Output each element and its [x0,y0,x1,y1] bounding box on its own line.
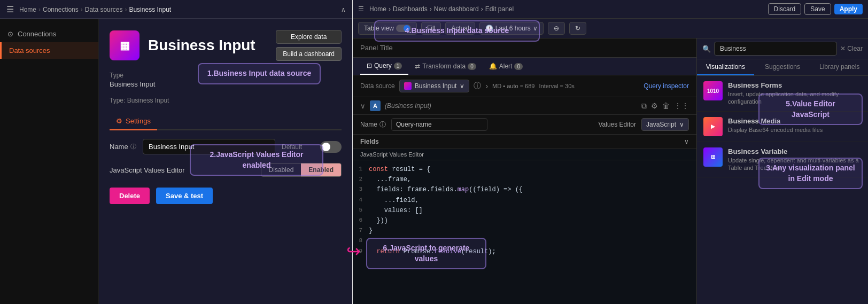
sidebar-connections-label: Connections [18,30,56,38]
js-editor-enabled-option[interactable]: Enabled [301,163,341,176]
type-colon: Type: Business Input [110,97,342,104]
library-panels-tab[interactable]: Library panels [811,59,868,75]
sep3: › [125,6,127,13]
actual-btn[interactable]: Actual [445,22,475,35]
breadcrumb-datasources[interactable]: Data sources [85,6,123,13]
collapse-query-icon[interactable]: ∨ [360,102,366,110]
visualizations-tab[interactable]: Visualizations [697,59,754,75]
code-line-6: 6 })) [353,216,696,226]
code-line-2: 2 ...frame, [353,175,696,185]
left-topbar: ☰ Home › Connections › Data sources › Bu… [0,0,352,19]
query-inspector-btn[interactable]: Query inspector [644,82,689,90]
save-button-top[interactable]: Save [804,3,831,15]
interval-text: Interval = 30s [539,83,574,89]
name-info-icon: ⓘ [130,143,136,151]
discard-button[interactable]: Discard [768,3,802,15]
apply-button[interactable]: Apply [834,4,863,14]
table-view-btn[interactable]: Table view [358,22,417,35]
menu-icon[interactable]: ☰ [6,4,14,14]
settings-query-icon[interactable]: ⚙ [651,102,658,111]
time-range-btn[interactable]: 🕐 Last 6 hours ∨ [479,22,544,35]
viz-list: 1010 Business Forms Insert, update appli… [697,76,868,304]
plugin-actions: Explore data Build a dashboard [276,30,342,61]
name-field-row: Name ⓘ Default [110,139,342,154]
settings-tab-icon: ⚙ [116,117,122,125]
query-name-input[interactable] [391,118,487,131]
build-dashboard-button[interactable]: Build a dashboard [276,47,342,61]
right-breadcrumb-dashboards[interactable]: Dashboards [393,5,428,13]
viz-item-forms[interactable]: 1010 Business Forms Insert, update appli… [697,76,868,112]
media-desc: Display Base64 encoded media files [728,126,862,134]
line-code-1: const result = { [369,165,430,175]
line-num-9: 9 [353,247,369,257]
breadcrumb-connections[interactable]: Connections [43,6,79,13]
breadcrumb-home[interactable]: Home [19,6,36,13]
ds-info-btn[interactable]: ⓘ [474,81,481,91]
main-content: ▦ Business Input Explore data Build a da… [99,19,352,304]
right-panel: ☰ Home › Dashboards › New dashboard › Ed… [353,0,868,304]
settings-tab-label: Settings [126,117,151,125]
viz-item-variable[interactable]: ⊞ Business Variable Update single, depen… [697,142,868,178]
query-tab[interactable]: ⊡ Query 1 [360,58,408,75]
delete-button[interactable]: Delete [110,188,150,204]
explore-data-button[interactable]: Explore data [276,30,342,44]
datasource-select[interactable]: Business Input ∨ [399,80,470,92]
viz-search-input[interactable] [714,42,837,56]
table-view-toggle[interactable] [396,25,411,32]
toggle-knob [404,25,410,32]
meta-text: MD • auto = 689 [492,83,534,89]
datasource-name: Business Input [415,82,457,90]
save-test-button[interactable]: Save & test [156,188,213,204]
line-num-1: 1 [353,165,369,175]
trash-icon[interactable]: 🗑 [662,102,670,111]
center-pane: Panel Title ⊡ Query 1 ⇄ Transform data 0… [353,38,697,304]
js-editor-label: JavaScript Values Editor [110,166,185,174]
transform-tab[interactable]: ⇄ Transform data 0 [408,58,482,74]
fields-chevron-icon[interactable]: ∨ [684,138,689,145]
media-icon-graphic: ▶ [711,123,715,129]
query-editor: ∨ A (Business Input) ⧉ ⚙ 🗑 ⋮⋮ Name [353,97,696,304]
viz-tabs: Visualizations Suggestions Library panel… [697,59,868,76]
plugin-header: ▦ Business Input Explore data Build a da… [110,30,342,61]
fill-btn[interactable]: Fill [421,22,441,35]
name-input[interactable] [143,139,275,154]
refresh-btn[interactable]: ↻ [569,22,586,35]
right-sidebar: 🔍 ✕ Clear Visualizations Suggestions Lib… [697,38,868,304]
default-toggle[interactable] [320,141,342,153]
clear-search-btn[interactable]: ✕ Clear [840,45,863,52]
sidebar-item-datasources[interactable]: Data sources [0,42,98,59]
settings-tab[interactable]: ⚙ Settings [110,113,157,130]
values-editor-select[interactable]: JavaScript ∨ [641,118,689,131]
variable-icon-graphic: ⊞ [711,154,715,160]
chevron-ds: ∨ [460,82,464,90]
right-breadcrumb-home[interactable]: Home [369,5,386,13]
collapse-icon[interactable]: ∧ [341,6,346,13]
zoom-out-btn[interactable]: ⊖ [548,22,565,35]
variable-info: Business Variable Update single, depende… [728,147,862,172]
line-num-2: 2 [353,175,369,185]
datasource-icon [404,82,412,90]
viz-item-media[interactable]: ▶ Business Media Display Base64 encoded … [697,112,868,142]
query-tabs: ⊡ Query 1 ⇄ Transform data 0 🔔 Alert 0 [353,58,696,75]
code-line-7: 7 } [353,226,696,236]
datasources-label: Data sources [9,46,50,54]
line-num-7: 7 [353,226,369,236]
drag-icon[interactable]: ⋮⋮ [674,102,689,111]
action-buttons: Delete Save & test [110,188,342,204]
fields-row: Fields ∨ [353,135,696,149]
right-breadcrumb-new-dashboard[interactable]: New dashboard [434,5,479,13]
plugin-icon: ▦ [110,30,140,60]
suggestions-tab[interactable]: Suggestions [754,59,811,75]
sidebar-connections[interactable]: ⊙ Connections [0,26,98,42]
alert-tab[interactable]: 🔔 Alert 0 [483,58,529,74]
ds-chevron-btn[interactable]: › [485,82,488,90]
code-area[interactable]: 1 const result = { 2 ...frame, 3 fields:… [353,160,696,261]
variable-name: Business Variable [728,147,862,155]
copy-icon[interactable]: ⧉ [641,102,647,111]
line-code-4: ...field, [369,196,419,206]
js-editor-disabled-option[interactable]: Disabled [261,163,301,176]
sep2: › [81,6,83,13]
query-actions: ⧉ ⚙ 🗑 ⋮⋮ [641,102,689,111]
right-menu-icon[interactable]: ☰ [358,5,364,13]
name-field-label-q: Name ⓘ [360,120,386,129]
